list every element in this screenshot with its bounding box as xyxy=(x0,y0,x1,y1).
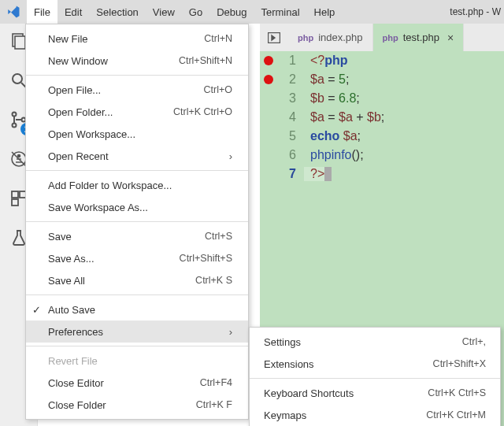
menu-terminal[interactable]: Terminal xyxy=(254,0,306,24)
svg-rect-12 xyxy=(12,199,18,206)
svg-point-9 xyxy=(17,155,20,157)
php-file-icon: php xyxy=(298,33,313,43)
menu-separator xyxy=(26,221,248,222)
preferences-submenu: SettingsCtrl+, ExtensionsCtrl+Shift+X Ke… xyxy=(249,327,501,426)
breakpoint-icon xyxy=(264,75,273,84)
menu-save-as[interactable]: Save As...Ctrl+Shift+S xyxy=(26,247,248,269)
close-icon[interactable]: × xyxy=(444,31,454,44)
menu-save[interactable]: SaveCtrl+S xyxy=(26,225,248,247)
breakpoint-gutter[interactable] xyxy=(260,75,277,84)
code-line: $a = 5; xyxy=(304,72,349,87)
chevron-right-icon: › xyxy=(229,150,232,162)
line-number: 7 xyxy=(277,167,304,181)
svg-point-5 xyxy=(12,124,16,128)
breakpoint-icon xyxy=(264,56,273,65)
menu-open-file[interactable]: Open File...Ctrl+O xyxy=(26,79,248,101)
menu-help[interactable]: Help xyxy=(307,0,343,24)
code-line: <?php xyxy=(304,54,348,68)
php-file-icon: php xyxy=(383,33,398,43)
tab-test-php[interactable]: php test.php × xyxy=(373,24,465,51)
line-number: 4 xyxy=(277,110,304,124)
menu-open-recent[interactable]: Open Recent› xyxy=(26,145,248,167)
menu-close-folder[interactable]: Close FolderCtrl+K F xyxy=(26,394,248,416)
menu-new-file[interactable]: New FileCtrl+N xyxy=(26,28,248,50)
menu-edit[interactable]: Edit xyxy=(57,0,89,24)
run-panel-icon[interactable] xyxy=(260,24,288,51)
menu-separator xyxy=(26,170,248,171)
menu-separator xyxy=(26,75,248,76)
tab-label: index.php xyxy=(318,31,362,43)
menu-add-folder[interactable]: Add Folder to Workspace... xyxy=(26,174,248,196)
menu-open-folder[interactable]: Open Folder...Ctrl+K Ctrl+O xyxy=(26,101,248,123)
menu-go[interactable]: Go xyxy=(182,0,209,24)
tab-index-php[interactable]: php index.php xyxy=(288,24,373,51)
menu-file[interactable]: File xyxy=(27,0,57,24)
file-menu-dropdown: New FileCtrl+N New WindowCtrl+Shift+N Op… xyxy=(25,24,249,420)
menu-revert-file: Revert File xyxy=(26,350,248,372)
menu-separator xyxy=(250,378,500,379)
submenu-settings[interactable]: SettingsCtrl+, xyxy=(250,331,500,353)
code-line: phpinfo(); xyxy=(304,148,364,162)
line-number: 2 xyxy=(277,72,304,87)
menu-separator xyxy=(26,294,248,295)
line-number: 1 xyxy=(277,54,304,68)
menu-preferences[interactable]: Preferences› xyxy=(26,320,248,343)
menu-save-workspace[interactable]: Save Workspace As... xyxy=(26,196,248,218)
svg-point-2 xyxy=(13,74,22,83)
check-icon: ✓ xyxy=(32,304,41,316)
editor-tabs: php index.php php test.php × xyxy=(260,24,504,51)
tab-label: test.php xyxy=(403,31,439,43)
line-number: 3 xyxy=(277,91,304,106)
code-line: $a = $a + $b; xyxy=(304,110,384,124)
breakpoint-gutter[interactable] xyxy=(260,56,277,65)
code-line: ?> xyxy=(304,167,332,182)
menu-new-window[interactable]: New WindowCtrl+Shift+N xyxy=(26,50,248,72)
menu-open-workspace[interactable]: Open Workspace... xyxy=(26,123,248,145)
text-cursor xyxy=(324,167,332,181)
menu-close-editor[interactable]: Close EditorCtrl+F4 xyxy=(26,372,248,394)
submenu-keyboard-shortcuts[interactable]: Keyboard ShortcutsCtrl+K Ctrl+S xyxy=(250,382,500,404)
window-title: test.php - W xyxy=(450,6,504,17)
code-line: $b = 6.8; xyxy=(304,91,360,106)
svg-rect-1 xyxy=(15,36,25,49)
submenu-extensions[interactable]: ExtensionsCtrl+Shift+X xyxy=(250,353,500,375)
menu-debug[interactable]: Debug xyxy=(209,0,254,24)
menu-view[interactable]: View xyxy=(146,0,182,24)
menu-separator xyxy=(26,346,248,346)
chevron-right-icon: › xyxy=(229,326,232,338)
title-bar: File Edit Selection View Go Debug Termin… xyxy=(0,0,504,24)
submenu-keymaps[interactable]: KeymapsCtrl+K Ctrl+M xyxy=(250,404,500,426)
line-number: 6 xyxy=(277,148,304,162)
menu-selection[interactable]: Selection xyxy=(89,0,145,24)
menu-save-all[interactable]: Save AllCtrl+K S xyxy=(26,269,248,291)
line-number: 5 xyxy=(277,129,304,143)
vscode-logo-icon xyxy=(0,5,27,19)
svg-point-4 xyxy=(12,113,16,117)
svg-rect-10 xyxy=(12,191,18,198)
menu-auto-save[interactable]: ✓Auto Save xyxy=(26,298,248,320)
code-line: echo $a; xyxy=(304,129,361,143)
